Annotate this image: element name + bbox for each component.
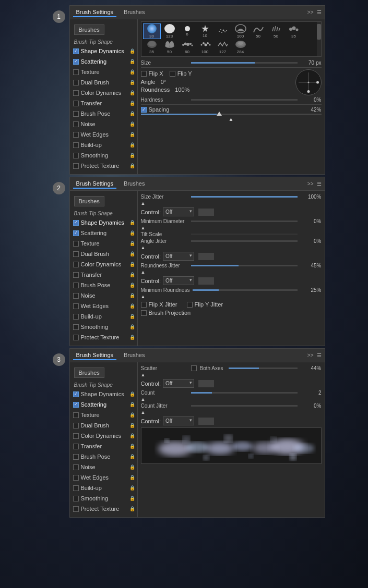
cb-texture-2[interactable] (73, 241, 79, 247)
sidebar-transfer-2[interactable]: Transfer 🔒 (70, 270, 137, 280)
hardness-slider[interactable] (191, 99, 298, 101)
sidebar-wet-edges-2[interactable]: Wet Edges 🔒 (70, 301, 137, 311)
sidebar-shape-dynamics-1[interactable]: Shape Dynamics 🔒 (70, 46, 137, 56)
sidebar-dual-brush-3[interactable]: Dual Brush 🔒 (70, 420, 137, 431)
brush-item-14[interactable]: 284 (232, 40, 249, 54)
sidebar-color-dynamics-2[interactable]: Color Dynamics 🔒 (70, 259, 137, 270)
flip-y-jitter-checkbox[interactable] (187, 302, 193, 308)
cb-smoothing-3[interactable] (73, 496, 79, 501)
brush-item-10[interactable]: 50 (161, 40, 178, 54)
sidebar-dual-brush-2[interactable]: Dual Brush 🔒 (70, 249, 137, 259)
tilt-scale-slider[interactable] (191, 234, 298, 235)
sidebar-buildup-1[interactable]: Build-up 🔒 (70, 140, 137, 150)
count-slider[interactable] (191, 392, 298, 394)
cb-color-dynamics-2[interactable] (73, 262, 79, 267)
sidebar-brush-pose-1[interactable]: Brush Pose 🔒 (70, 108, 137, 119)
control3-dropdown[interactable]: Off (163, 276, 194, 285)
brush-item-11[interactable]: 60 (179, 40, 196, 54)
cb-transfer-3[interactable] (73, 444, 79, 449)
cb-transfer-2[interactable] (73, 272, 79, 278)
cb-dual-brush-3[interactable] (73, 423, 79, 428)
cb-texture-1[interactable] (73, 69, 79, 75)
sidebar-protect-texture-3[interactable]: Protect Texture 🔒 (70, 504, 137, 514)
brush-item-0[interactable]: 30 (144, 24, 160, 39)
cb-buildup-1[interactable] (73, 142, 79, 148)
size-slider[interactable] (191, 62, 298, 64)
cb-shape-dynamics-2[interactable] (73, 220, 79, 226)
cb-dual-brush-2[interactable] (73, 251, 79, 257)
brush-projection-checkbox[interactable] (141, 310, 147, 316)
cb-shape-dynamics-3[interactable] (73, 391, 79, 397)
brush-item-6[interactable]: 50 (250, 24, 267, 39)
cb-brush-pose-2[interactable] (73, 283, 79, 288)
control-scatter-dropdown[interactable]: Off (163, 379, 194, 388)
sidebar-smoothing-3[interactable]: Smoothing 🔒 (70, 493, 137, 504)
brush-item-3[interactable]: 10 (197, 24, 213, 39)
sidebar-texture-3[interactable]: Texture 🔒 (70, 410, 137, 420)
sidebar-buildup-2[interactable]: Build-up 🔒 (70, 311, 137, 322)
cb-shape-dynamics-1[interactable] (73, 48, 79, 54)
expand-icon-2[interactable]: >> (307, 181, 314, 187)
control1-dropdown[interactable]: Off (163, 207, 194, 216)
brush-item-7[interactable]: 50 (268, 24, 284, 39)
size-jitter-slider[interactable] (191, 196, 298, 198)
cb-smoothing-1[interactable] (73, 153, 79, 158)
sidebar-shape-dynamics-2[interactable]: Shape Dynamics 🔒 (70, 217, 137, 228)
scatter-slider[interactable] (229, 368, 298, 369)
sidebar-shape-dynamics-3[interactable]: Shape Dynamics 🔒 (70, 389, 137, 399)
cb-scattering-3[interactable] (73, 402, 79, 408)
cb-smoothing-2[interactable] (73, 324, 79, 330)
cb-buildup-2[interactable] (73, 314, 79, 320)
spacing-slider[interactable] (141, 114, 322, 115)
cb-dual-brush-1[interactable] (73, 80, 79, 85)
cb-protect-texture-3[interactable] (73, 506, 79, 512)
sidebar-scattering-1[interactable]: Scattering 🔒 (70, 56, 137, 67)
brush-item-4[interactable] (215, 24, 231, 39)
sidebar-color-dynamics-1[interactable]: Color Dynamics 🔒 (70, 88, 137, 98)
cb-transfer-1[interactable] (73, 101, 79, 106)
cb-brush-pose-1[interactable] (73, 111, 79, 117)
angle-jitter-slider[interactable] (191, 240, 298, 242)
control2-dropdown[interactable]: Off (163, 252, 194, 261)
sidebar-noise-3[interactable]: Noise 🔒 (70, 462, 137, 472)
sidebar-texture-1[interactable]: Texture 🔒 (70, 67, 137, 77)
brush-item-1[interactable]: 123 (161, 24, 178, 39)
brush-item-12[interactable]: 100 (197, 40, 213, 54)
spacing-checkbox[interactable] (141, 107, 147, 113)
tab-brushes-1[interactable]: Brushes (121, 8, 148, 17)
brush-item-5[interactable]: 100 (232, 24, 249, 39)
cb-wet-edges-3[interactable] (73, 475, 79, 481)
sidebar-scattering-3[interactable]: Scattering 🔒 (70, 399, 137, 410)
flip-x-checkbox[interactable] (141, 71, 147, 77)
sidebar-buildup-3[interactable]: Build-up 🔒 (70, 483, 137, 493)
menu-icon-2[interactable]: ☰ (317, 181, 322, 187)
brushes-button-1[interactable]: Brushes (74, 24, 104, 35)
sidebar-transfer-1[interactable]: Transfer 🔒 (70, 98, 137, 108)
sidebar-texture-2[interactable]: Texture 🔒 (70, 238, 137, 249)
sidebar-noise-2[interactable]: Noise 🔒 (70, 290, 137, 301)
menu-icon-1[interactable]: ☰ (317, 9, 322, 15)
cb-brush-pose-3[interactable] (73, 454, 79, 460)
cb-color-dynamics-1[interactable] (73, 90, 79, 96)
cb-wet-edges-1[interactable] (73, 132, 79, 138)
brush-item-8[interactable]: 35 (286, 24, 302, 39)
expand-icon-3[interactable]: >> (307, 352, 314, 358)
cb-wet-edges-2[interactable] (73, 303, 79, 309)
tab-brush-settings-2[interactable]: Brush Settings (73, 179, 117, 189)
both-axes-checkbox[interactable] (191, 365, 197, 371)
min-roundness-slider[interactable] (193, 289, 297, 291)
expand-icon-1[interactable]: >> (307, 9, 314, 15)
sidebar-noise-1[interactable]: Noise 🔒 (70, 119, 137, 129)
sidebar-scattering-2[interactable]: Scattering 🔒 (70, 228, 137, 238)
cb-protect-texture-2[interactable] (73, 335, 79, 340)
brushes-button-2[interactable]: Brushes (74, 196, 104, 206)
sidebar-protect-texture-1[interactable]: Protect Texture 🔒 (70, 161, 137, 171)
sidebar-smoothing-1[interactable]: Smoothing 🔒 (70, 150, 137, 161)
count-jitter-slider[interactable] (191, 405, 298, 407)
sidebar-protect-texture-2[interactable]: Protect Texture 🔒 (70, 332, 137, 342)
sidebar-smoothing-2[interactable]: Smoothing 🔒 (70, 322, 137, 332)
sidebar-transfer-3[interactable]: Transfer 🔒 (70, 441, 137, 451)
sidebar-wet-edges-1[interactable]: Wet Edges 🔒 (70, 129, 137, 140)
tab-brush-settings-3[interactable]: Brush Settings (73, 351, 117, 360)
sidebar-brush-pose-3[interactable]: Brush Pose 🔒 (70, 451, 137, 462)
